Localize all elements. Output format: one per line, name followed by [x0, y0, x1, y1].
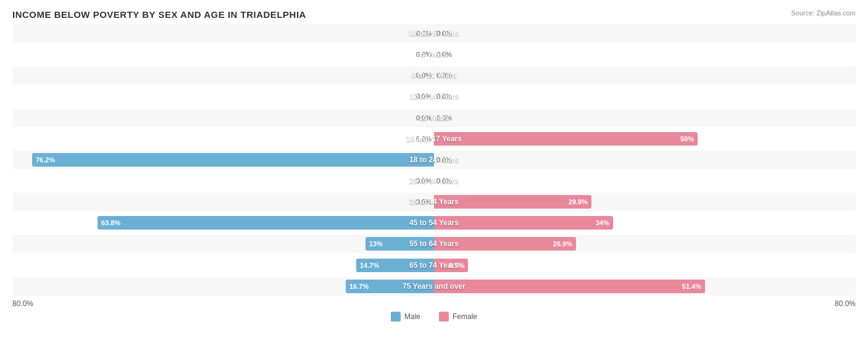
- table-row: 13%26.9%55 to 64 Years: [12, 235, 856, 253]
- male-bar: 16.7%: [346, 280, 434, 293]
- table-row: 0.0%0.0%15 Years: [12, 109, 856, 127]
- female-value: 0.0%: [436, 156, 452, 164]
- axis-left: 80.0%: [12, 299, 33, 308]
- female-bar: 51.4%: [434, 280, 705, 293]
- female-value: 0.0%: [436, 114, 452, 122]
- right-side: 26.9%: [434, 235, 856, 253]
- table-row: 0.0%50%16 and 17 Years: [12, 130, 856, 148]
- right-side: 0.0%: [434, 24, 856, 43]
- female-value: 0.0%: [436, 72, 452, 79]
- left-side: 14.7%: [12, 256, 434, 275]
- female-bar: 34%: [434, 216, 613, 230]
- chart-container: INCOME BELOW POVERTY BY SEX AND AGE IN T…: [0, 0, 868, 345]
- male-bar: 13%: [365, 237, 434, 251]
- left-side: 0.0%: [12, 130, 434, 148]
- right-side: 34%: [434, 214, 856, 232]
- table-row: 76.2%0.0%18 to 24 Years: [12, 151, 856, 169]
- left-side: 76.2%: [12, 151, 434, 169]
- left-side: 0.0%: [12, 172, 434, 190]
- table-row: 0.0%0.0%Under 5 Years: [12, 24, 856, 43]
- left-side: 0.0%: [12, 66, 434, 85]
- male-value: 0.0%: [416, 177, 432, 185]
- female-bar: 50%: [434, 132, 698, 146]
- table-row: 63.8%34%45 to 54 Years: [12, 214, 856, 232]
- right-side: 0.0%: [434, 172, 856, 190]
- male-value: 0.0%: [416, 30, 432, 37]
- left-side: 63.8%: [12, 214, 434, 232]
- right-side: 50%: [434, 130, 856, 148]
- legend-male: Male: [391, 312, 420, 322]
- male-value: 0.0%: [416, 135, 432, 143]
- axis-labels: 80.0% 80.0%: [12, 299, 856, 308]
- female-value: 0.0%: [436, 93, 452, 100]
- male-value: 0.0%: [416, 51, 432, 58]
- right-side: 0.0%: [434, 151, 856, 169]
- axis-right: 80.0%: [835, 299, 856, 308]
- table-row: 0.0%0.0%25 to 34 Years: [12, 172, 856, 190]
- legend-female-label: Female: [453, 312, 477, 321]
- legend: Male Female: [12, 312, 856, 322]
- male-value: 0.0%: [416, 198, 432, 206]
- female-value: 0.0%: [436, 51, 452, 58]
- chart-title: INCOME BELOW POVERTY BY SEX AND AGE IN T…: [12, 9, 856, 20]
- male-value: 0.0%: [416, 72, 432, 79]
- right-side: 0.0%: [434, 109, 856, 127]
- right-side: 6.5%: [434, 256, 856, 275]
- source-label: Source: ZipAtlas.com: [791, 9, 856, 17]
- male-bar: 14.7%: [356, 259, 434, 272]
- table-row: 0.0%29.9%35 to 44 Years: [12, 193, 856, 211]
- female-bar: 29.9%: [434, 195, 591, 209]
- male-value: 0.0%: [416, 114, 432, 122]
- left-side: 16.7%: [12, 277, 434, 296]
- table-row: 16.7%51.4%75 Years and over: [12, 277, 856, 296]
- left-side: 0.0%: [12, 45, 434, 64]
- legend-male-label: Male: [404, 312, 420, 321]
- left-side: 13%: [12, 235, 434, 253]
- left-side: 0.0%: [12, 24, 434, 43]
- left-side: 0.0%: [12, 87, 434, 106]
- female-value: 0.0%: [436, 177, 452, 185]
- right-side: 29.9%: [434, 193, 856, 211]
- left-side: 0.0%: [12, 109, 434, 127]
- right-side: 51.4%: [434, 277, 856, 296]
- male-bar: 76.2%: [32, 153, 434, 167]
- right-side: 0.0%: [434, 66, 856, 85]
- left-side: 0.0%: [12, 193, 434, 211]
- legend-female: Female: [439, 312, 477, 322]
- table-row: 0.0%0.0%5 Years: [12, 45, 856, 64]
- female-bar: 6.5%: [434, 259, 468, 272]
- table-row: 0.0%0.0%12 to 14 Years: [12, 87, 856, 106]
- male-value: 0.0%: [416, 93, 432, 100]
- legend-female-box: [439, 312, 449, 322]
- table-row: 0.0%0.0%6 to 11 Years: [12, 66, 856, 85]
- female-bar: 26.9%: [434, 237, 576, 251]
- right-side: 0.0%: [434, 45, 856, 64]
- table-row: 14.7%6.5%65 to 74 Years: [12, 256, 856, 275]
- female-value: 0.0%: [436, 30, 452, 37]
- male-bar: 63.8%: [98, 216, 434, 230]
- legend-male-box: [391, 312, 401, 322]
- right-side: 0.0%: [434, 87, 856, 106]
- chart-area: 0.0%0.0%Under 5 Years0.0%0.0%5 Years0.0%…: [12, 23, 856, 297]
